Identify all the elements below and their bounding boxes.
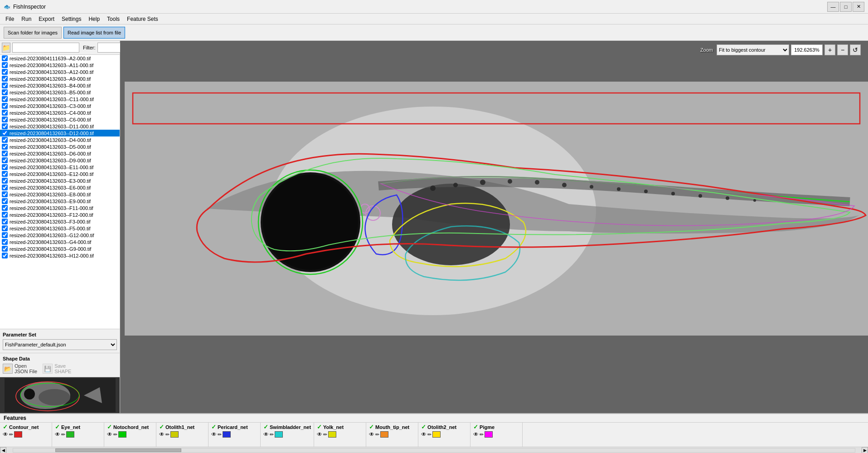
file-checkbox[interactable] (2, 130, 8, 136)
feature-color-swatch[interactable] (66, 431, 74, 438)
feature-checkbox[interactable]: ✓ (159, 424, 164, 430)
file-list-item[interactable]: resized-20230804132603--H12-000.tif (0, 252, 120, 259)
file-checkbox[interactable] (2, 76, 8, 82)
file-list-item[interactable]: resized-20230804132603--F11-000.tif (0, 205, 120, 211)
file-list-item[interactable]: resized-20230804132603--E3-000.tif (0, 177, 120, 184)
file-list-item[interactable]: resized-20230804132603--F3-000.tif (0, 218, 120, 225)
file-checkbox[interactable] (2, 171, 8, 177)
feature-visibility-icon[interactable]: 👁 (421, 431, 427, 438)
file-checkbox[interactable] (2, 55, 8, 61)
file-list-item[interactable]: resized-20230804132603--D9-000.tif (0, 157, 120, 164)
file-checkbox[interactable] (2, 246, 8, 252)
file-list-item[interactable]: resized-20230804132603--A9-000.tif (0, 75, 120, 82)
file-list-item[interactable]: resized-20230804132603--B4-000.tif (0, 82, 120, 89)
file-checkbox[interactable] (2, 219, 8, 224)
feature-color-swatch[interactable] (432, 431, 441, 438)
file-list-item[interactable]: resized-20230804132603--E6-000.tif (0, 184, 120, 191)
file-checkbox[interactable] (2, 205, 8, 211)
file-checkbox[interactable] (2, 89, 8, 95)
menu-tools[interactable]: Tools (103, 15, 123, 23)
feature-color-swatch[interactable] (380, 431, 388, 438)
feature-color-swatch[interactable] (118, 431, 126, 438)
feature-edit-icon[interactable]: ✏ (270, 432, 274, 438)
file-list-item[interactable]: resized-20230804132603--B5-000.tif (0, 89, 120, 96)
file-list-item[interactable]: resized-20230804132603--E8-000.tif (0, 191, 120, 198)
feature-checkbox[interactable]: ✓ (317, 424, 322, 430)
file-checkbox[interactable] (2, 123, 8, 129)
maximize-button[interactable]: □ (840, 2, 852, 12)
feature-edit-icon[interactable]: ✏ (427, 432, 432, 438)
file-list-item[interactable]: resized-20230804132603--D4-000.tif (0, 136, 120, 143)
feature-edit-icon[interactable]: ✏ (375, 432, 379, 438)
file-list-item[interactable]: resized-20230804132603--E11-000.tif (0, 164, 120, 170)
feature-visibility-icon[interactable]: 👁 (473, 431, 479, 438)
zoom-plus-button[interactable]: + (824, 44, 835, 55)
feature-checkbox[interactable]: ✓ (3, 424, 8, 430)
file-list-item[interactable]: resized-20230804132603--F12-000.tif (0, 211, 120, 218)
file-list-item[interactable]: resized-20230804132603--D5-000.tif (0, 143, 120, 150)
file-checkbox[interactable] (2, 103, 8, 109)
file-list-item[interactable]: resized-20230804132603--G9-000.tif (0, 245, 120, 252)
feature-edit-icon[interactable]: ✏ (218, 432, 222, 438)
menu-export[interactable]: Export (35, 15, 58, 23)
feature-checkbox[interactable]: ✓ (473, 424, 478, 430)
file-checkbox[interactable] (2, 62, 8, 68)
file-checkbox[interactable] (2, 96, 8, 102)
feature-edit-icon[interactable]: ✏ (480, 432, 484, 438)
close-button[interactable]: ✕ (853, 2, 864, 12)
filter-input[interactable] (12, 43, 79, 53)
feature-checkbox[interactable]: ✓ (421, 424, 426, 430)
file-checkbox[interactable] (2, 212, 8, 218)
feature-visibility-icon[interactable]: 👁 (55, 431, 60, 438)
feature-color-swatch[interactable] (485, 431, 493, 438)
file-checkbox[interactable] (2, 253, 8, 258)
feature-color-swatch[interactable] (275, 431, 283, 438)
feature-checkbox[interactable]: ✓ (107, 424, 112, 430)
file-checkbox[interactable] (2, 164, 8, 170)
zoom-minus-button[interactable]: − (837, 44, 848, 55)
minimize-button[interactable]: — (827, 2, 839, 12)
file-checkbox[interactable] (2, 69, 8, 75)
file-checkbox[interactable] (2, 110, 8, 116)
scroll-thumb[interactable] (55, 448, 182, 452)
scroll-track[interactable] (13, 448, 855, 453)
save-shape-button[interactable]: 💾 SaveSHAPE (43, 363, 71, 374)
feature-edit-icon[interactable]: ✏ (113, 432, 117, 438)
file-list-item[interactable]: resized-20230804132603--D12-000.tif (0, 130, 120, 136)
zoom-mode-select[interactable]: Fit to biggest contour Fit to window Cus… (717, 44, 789, 55)
file-checkbox[interactable] (2, 137, 8, 143)
feature-visibility-icon[interactable]: 👁 (3, 431, 8, 438)
feature-edit-icon[interactable]: ✏ (323, 432, 327, 438)
scan-folder-button[interactable]: Scan folder for images (4, 27, 62, 39)
file-checkbox[interactable] (2, 191, 8, 197)
file-checkbox[interactable] (2, 151, 8, 156)
feature-visibility-icon[interactable]: 👁 (263, 431, 269, 438)
feature-checkbox[interactable]: ✓ (55, 424, 60, 430)
file-list-item[interactable]: resized-20230804111639--A2-000.tif (0, 55, 120, 62)
feature-color-swatch[interactable] (223, 431, 231, 438)
file-list-item[interactable]: resized-20230804132603--A12-000.tif (0, 68, 120, 75)
menu-feature-sets[interactable]: Feature Sets (123, 15, 162, 23)
feature-color-swatch[interactable] (328, 431, 336, 438)
file-list-item[interactable]: resized-20230804132603--A11-000.tif (0, 62, 120, 68)
file-checkbox[interactable] (2, 232, 8, 238)
file-list-item[interactable]: resized-20230804132603--C4-000.tif (0, 109, 120, 116)
menu-run[interactable]: Run (18, 15, 35, 23)
feature-edit-icon[interactable]: ✏ (9, 432, 13, 438)
file-list-item[interactable]: resized-20230804132603--D6-000.tif (0, 150, 120, 157)
file-checkbox[interactable] (2, 157, 8, 163)
file-list-item[interactable]: resized-20230804132603--G4-000.tif (0, 239, 120, 245)
feature-color-swatch[interactable] (14, 431, 22, 438)
file-checkbox[interactable] (2, 239, 8, 245)
file-list-item[interactable]: resized-20230804132603--D11-000.tif (0, 123, 120, 130)
feature-edit-icon[interactable]: ✏ (61, 432, 65, 438)
feature-visibility-icon[interactable]: 👁 (211, 431, 217, 438)
zoom-reset-button[interactable]: ↺ (850, 44, 861, 55)
file-checkbox[interactable] (2, 185, 8, 190)
file-checkbox[interactable] (2, 83, 8, 88)
parameter-set-select[interactable]: FishParameter_default.json (3, 339, 117, 350)
feature-checkbox[interactable]: ✓ (211, 424, 216, 430)
file-checkbox[interactable] (2, 144, 8, 150)
feature-checkbox[interactable]: ✓ (369, 424, 374, 430)
menu-settings[interactable]: Settings (58, 15, 85, 23)
